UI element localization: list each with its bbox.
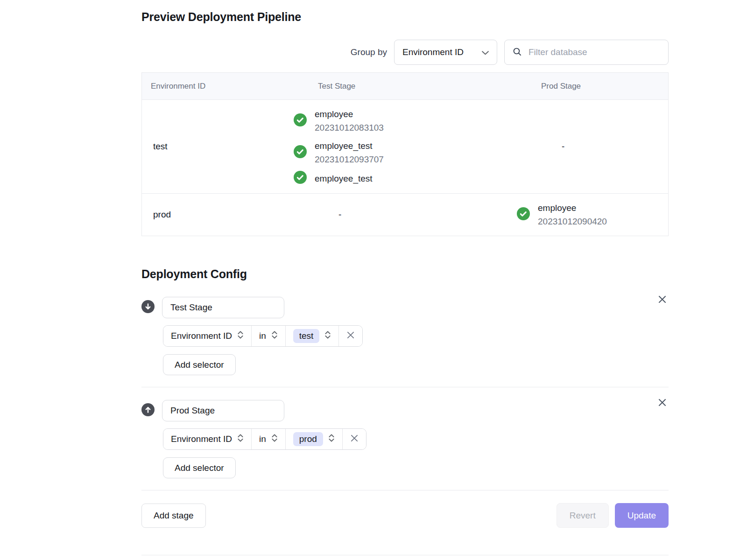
update-button[interactable]: Update xyxy=(615,503,669,528)
column-header-prod-stage: Prod Stage xyxy=(504,82,668,91)
environment-id-cell: prod xyxy=(142,194,281,236)
table-row-test: test employee 20231012083103 xyxy=(142,100,668,193)
divider xyxy=(141,490,669,490)
close-icon xyxy=(346,331,355,342)
deployment-name: employee xyxy=(315,107,384,121)
deployment-version: 20231012093707 xyxy=(315,153,384,166)
pipeline-table: Environment ID Test Stage Prod Stage tes… xyxy=(141,72,669,236)
selector-value-select[interactable]: test xyxy=(286,326,339,346)
search-icon xyxy=(512,47,522,58)
environment-id-cell: test xyxy=(142,100,281,193)
pipeline-toolbar: Group by Environment ID xyxy=(141,40,669,65)
config-footer: Add stage Revert Update xyxy=(141,503,669,528)
updown-icon xyxy=(237,330,244,342)
add-selector-button[interactable]: Add selector xyxy=(163,457,236,478)
add-stage-button[interactable]: Add stage xyxy=(141,504,206,528)
prod-stage-empty-cell: - xyxy=(504,100,668,193)
remove-stage-button[interactable] xyxy=(656,396,669,409)
selector-key-select[interactable]: Environment ID xyxy=(163,326,252,346)
success-icon xyxy=(294,171,307,186)
remove-stage-button[interactable] xyxy=(656,293,669,306)
page-title: Preview Deployment Pipeline xyxy=(141,10,669,24)
updown-icon xyxy=(328,434,335,445)
deployment-entry: employee_test xyxy=(294,171,504,186)
revert-button[interactable]: Revert xyxy=(557,503,609,528)
remove-selector-button[interactable] xyxy=(343,429,366,449)
divider xyxy=(141,555,669,555)
column-header-test-stage: Test Stage xyxy=(281,82,504,91)
filter-database-input[interactable] xyxy=(528,47,661,58)
pipeline-table-header: Environment ID Test Stage Prod Stage xyxy=(142,73,668,100)
deployment-version: 20231012083103 xyxy=(315,121,384,134)
add-selector-button[interactable]: Add selector xyxy=(163,354,236,375)
stage-name-input[interactable] xyxy=(162,297,284,318)
stage-config-test: Environment ID in test xyxy=(141,297,669,375)
stage-down-icon xyxy=(141,300,155,315)
prod-stage-cell: employee 20231012090420 xyxy=(504,194,668,236)
success-icon xyxy=(517,207,530,222)
column-header-environment-id: Environment ID xyxy=(142,82,281,91)
selector-operator-select[interactable]: in xyxy=(252,429,286,449)
filter-database-search xyxy=(504,40,669,65)
group-by-label: Group by xyxy=(351,47,387,57)
selector-row: Environment ID in test xyxy=(163,325,363,347)
close-icon xyxy=(658,401,667,408)
test-stage-empty-cell: - xyxy=(281,194,504,236)
updown-icon xyxy=(237,434,244,445)
close-icon xyxy=(350,434,359,445)
updown-icon xyxy=(271,330,278,342)
selector-key-select[interactable]: Environment ID xyxy=(163,429,252,449)
remove-selector-button[interactable] xyxy=(339,326,362,346)
stage-up-icon xyxy=(141,403,155,418)
table-row-prod: prod - employee 20231012090420 xyxy=(142,193,668,236)
selector-value-pill: prod xyxy=(293,432,323,446)
stage-name-input[interactable] xyxy=(162,400,284,421)
success-icon xyxy=(294,145,307,160)
deployment-config-title: Deployment Config xyxy=(141,267,669,281)
deployment-entry: employee_test 20231012093707 xyxy=(294,139,504,166)
chevron-down-icon xyxy=(482,47,489,57)
deployment-entry: employee 20231012090420 xyxy=(517,201,668,228)
deployment-name: employee_test xyxy=(315,172,373,185)
stage-config-prod: Environment ID in prod xyxy=(141,400,669,478)
updown-icon xyxy=(324,330,331,342)
group-by-selected-value: Environment ID xyxy=(402,47,464,57)
deployment-name: employee xyxy=(538,201,607,215)
selector-row: Environment ID in prod xyxy=(163,428,366,450)
group-by-select[interactable]: Environment ID xyxy=(394,40,497,65)
test-stage-cell: employee 20231012083103 employee_test 20… xyxy=(281,100,504,193)
selector-operator-select[interactable]: in xyxy=(252,326,286,346)
updown-icon xyxy=(271,434,278,445)
selector-value-pill: test xyxy=(293,329,320,343)
close-icon xyxy=(658,298,667,305)
selector-value-select[interactable]: prod xyxy=(286,429,343,449)
deployment-name: employee_test xyxy=(315,139,384,153)
success-icon xyxy=(294,113,307,128)
main-content: Preview Deployment Pipeline Group by Env… xyxy=(141,0,669,555)
deployment-entry: employee 20231012083103 xyxy=(294,107,504,134)
divider xyxy=(141,387,669,387)
deployment-version: 20231012090420 xyxy=(538,215,607,228)
